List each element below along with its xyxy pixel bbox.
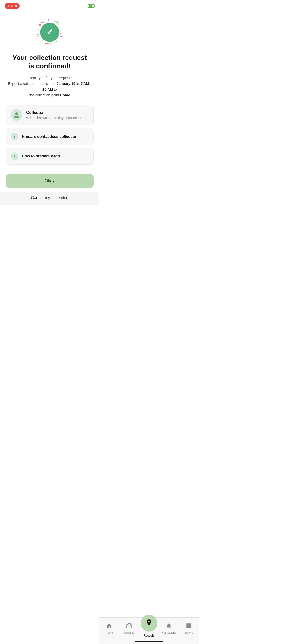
person-icon: [13, 112, 20, 118]
collector-subtext: Will be known on the day of collection: [26, 116, 82, 120]
svg-point-4: [42, 40, 43, 42]
info-icon-1: i: [11, 133, 19, 140]
status-bar: 15:19 ⚡: [0, 0, 99, 11]
chevron-right-icon-1: ›: [87, 134, 89, 139]
okay-button[interactable]: Okay: [6, 174, 94, 188]
cancel-link[interactable]: Cancel my collection: [31, 196, 68, 200]
svg-point-1: [57, 23, 59, 25]
svg-rect-9: [37, 28, 39, 30]
svg-point-2: [37, 34, 39, 36]
svg-rect-8: [56, 21, 58, 23]
cancel-section: Cancel my collection: [0, 192, 99, 205]
collector-avatar: [11, 109, 22, 121]
prepare-contactless-label: Prepare contactless collection: [22, 134, 84, 139]
prepare-contactless-card[interactable]: i Prepare contactless collection ›: [6, 128, 94, 145]
svg-point-5: [56, 41, 57, 42]
collector-name: Collector: [26, 110, 82, 115]
info-cards-section: Collector Will be known on the day of co…: [6, 105, 94, 164]
status-time: 15:19: [5, 3, 20, 9]
main-content: ✓ Your collection requestis confirmed! T…: [0, 11, 99, 209]
info-icon-2: i: [11, 152, 19, 160]
collector-card: Collector Will be known on the day of co…: [6, 105, 94, 125]
checkmark-icon: ✓: [46, 28, 53, 37]
page-title: Your collection requestis confirmed!: [13, 54, 87, 70]
battery-icon: ⚡: [88, 4, 95, 8]
svg-point-6: [48, 19, 49, 20]
success-icon-container: ✓: [35, 18, 64, 47]
prepare-bags-label: How to prepare bags: [22, 154, 84, 158]
chevron-right-icon-2: ›: [87, 154, 89, 159]
prepare-bags-card[interactable]: i How to prepare bags ›: [6, 148, 94, 164]
svg-point-3: [60, 32, 61, 34]
svg-point-7: [50, 43, 52, 44]
checkmark-circle: ✓: [40, 23, 59, 42]
confirmation-subtitle: Thank you for your request! Expect a col…: [6, 75, 94, 98]
svg-point-0: [39, 24, 41, 26]
collector-info: Collector Will be known on the day of co…: [26, 110, 82, 120]
bottom-actions: Okay Cancel my collection: [6, 174, 94, 209]
